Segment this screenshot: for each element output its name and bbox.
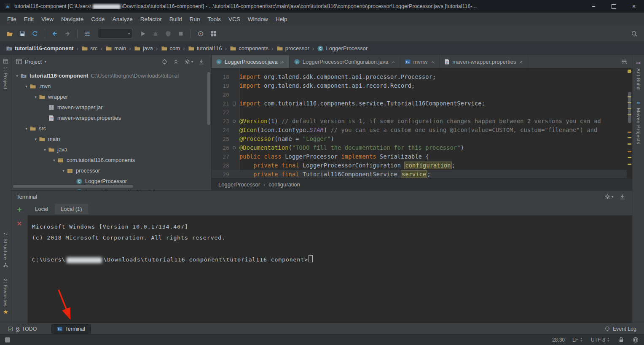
lock-button[interactable] xyxy=(618,337,625,343)
grid-button[interactable] xyxy=(208,29,219,39)
debug-button[interactable] xyxy=(150,29,161,39)
menu-analyze[interactable]: Analyze xyxy=(109,16,137,22)
menu-navigate[interactable]: Navigate xyxy=(57,16,87,22)
line-separator-widget[interactable]: LF xyxy=(572,337,583,343)
breadcrumb-tutorial116[interactable]: tutorial116 xyxy=(188,45,222,52)
editor-scrollbar-thumb[interactable] xyxy=(628,92,631,123)
menu-file[interactable]: File xyxy=(3,16,20,22)
maximize-button[interactable] xyxy=(604,0,624,13)
stop-button[interactable] xyxy=(175,29,186,39)
new-session-button[interactable] xyxy=(16,207,22,214)
breadcrumb-components[interactable]: components xyxy=(230,45,268,52)
tree-expanded-arrow[interactable]: ▾ xyxy=(60,169,67,173)
breadcrumb-java[interactable]: java xyxy=(134,45,153,52)
code-line-25[interactable]: 25@Processor(name = "Logger") xyxy=(212,135,627,143)
code-line-29[interactable]: 29 private final Tutorial116ComponentSer… xyxy=(212,170,627,178)
menu-vcs[interactable]: VCS xyxy=(225,16,244,22)
code-line-27[interactable]: 27public class LoggerProcessor implement… xyxy=(212,152,627,161)
tree-expanded-arrow[interactable]: ▾ xyxy=(14,74,20,78)
project-panel-title[interactable]: Project xyxy=(25,59,42,65)
tree-item-maven-wrapper-properties[interactable]: maven-wrapper.properties xyxy=(11,113,211,123)
editor-tab-maven-wrapper-properties[interactable]: maven-wrapper.properties xyxy=(440,55,528,68)
tree-item-mvn[interactable]: ▾.mvn xyxy=(11,81,211,92)
tool-stripe-ant-build[interactable]: Ant Build xyxy=(633,60,644,90)
tool-stripe-1-project[interactable]: 1: Project xyxy=(0,59,11,89)
breadcrumb-loggerprocessor[interactable]: CLoggerProcessor xyxy=(317,45,368,52)
code-line-23[interactable]: 23@Version(1) // default version is 1, i… xyxy=(212,117,627,126)
tree-item-wrapper[interactable]: ▾wrapper xyxy=(11,92,211,102)
menu-code[interactable]: Code xyxy=(87,16,108,22)
tab-close-icon[interactable] xyxy=(519,59,523,64)
menu-help[interactable]: Help xyxy=(272,16,291,22)
menu-build[interactable]: Build xyxy=(166,16,186,22)
breadcrumb-field[interactable]: configuration xyxy=(268,181,300,188)
breadcrumb-class[interactable]: LoggerProcessor xyxy=(218,181,260,188)
code-line-21[interactable]: 21import com.tutorial116.components.serv… xyxy=(212,99,627,108)
code-line-26[interactable]: 26@Documentation("TODO fill the document… xyxy=(212,143,627,152)
tree-expanded-arrow[interactable]: ▾ xyxy=(32,95,39,99)
target-button[interactable] xyxy=(195,29,206,39)
run-button[interactable] xyxy=(137,29,148,39)
refresh-button[interactable] xyxy=(30,29,40,39)
tree-item-com-tutorial116-components[interactable]: ▾com.tutorial116.components xyxy=(11,155,211,165)
tab-close-icon[interactable] xyxy=(280,59,285,64)
event-log-button[interactable]: Event Log xyxy=(601,325,640,333)
tree-expanded-arrow[interactable]: ▾ xyxy=(23,84,30,89)
tool-stripe-2-favorites[interactable]: 2: Favorites xyxy=(0,279,11,315)
tool-stripe-7-structure[interactable]: 7: Structure xyxy=(0,232,11,268)
editor-tab-loggerprocessorconfiguration-java[interactable]: CLoggerProcessorConfiguration.java xyxy=(290,55,400,68)
tab-close-icon[interactable] xyxy=(430,59,435,64)
tree-expanded-arrow[interactable]: ▾ xyxy=(51,158,57,162)
breadcrumb-processor[interactable]: processor xyxy=(276,45,309,52)
locate-button[interactable] xyxy=(161,59,168,65)
run-configuration-combo[interactable]: ▾ xyxy=(98,29,132,38)
fold-marker[interactable] xyxy=(229,101,239,106)
menu-edit[interactable]: Edit xyxy=(20,16,38,22)
minimize-button[interactable]: − xyxy=(583,0,604,13)
toolwindow-toggle-button[interactable] xyxy=(5,337,10,342)
tree-expanded-arrow[interactable]: ▾ xyxy=(32,137,39,141)
breadcrumb-main[interactable]: main xyxy=(105,45,126,52)
editor-tab-mvnw[interactable]: mvnw xyxy=(400,55,440,68)
tree-expanded-arrow[interactable]: ▾ xyxy=(23,127,30,131)
code-line-19[interactable]: 19import org.talend.sdk.component.api.re… xyxy=(212,81,627,90)
open-button[interactable] xyxy=(4,29,15,39)
terminal-tab-local[interactable]: Local xyxy=(29,204,54,214)
menu-window[interactable]: Window xyxy=(244,16,272,22)
close-session-button[interactable] xyxy=(16,221,22,228)
terminal-prompt[interactable]: C:\Users\\Downloads\tutorial116-componen… xyxy=(32,254,628,265)
tree-item-main[interactable]: ▾main xyxy=(11,134,211,144)
fold-marker[interactable] xyxy=(229,146,239,150)
code-line-24[interactable]: 24@Icon(Icon.IconType.STAR) // you can u… xyxy=(212,126,627,135)
project-vertical-scrollbar[interactable] xyxy=(207,72,210,125)
tree-expanded-arrow[interactable]: ▾ xyxy=(42,148,48,152)
fold-marker[interactable] xyxy=(229,119,239,124)
editor-tab-loggerprocessor-java[interactable]: CLoggerProcessor.java xyxy=(212,55,290,68)
terminal-button[interactable]: Terminal xyxy=(51,324,91,334)
project-horizontal-scrollbar[interactable] xyxy=(13,185,133,188)
close-button[interactable]: × xyxy=(624,0,644,13)
tree-item-tutorial116-component[interactable]: ▾tutorial116-componentC:\Users\fborgne\D… xyxy=(11,70,211,81)
breadcrumb-com[interactable]: com xyxy=(161,45,180,52)
chevron-down-icon[interactable]: ▾ xyxy=(44,59,46,64)
terminal-output[interactable]: Microsoft Windows [Version 10.0.17134.40… xyxy=(27,215,632,323)
menu-view[interactable]: View xyxy=(38,16,57,22)
tree-item-src[interactable]: ▾src xyxy=(11,123,211,134)
breadcrumb-tutorial116-component[interactable]: tutorial116-component xyxy=(6,45,73,52)
sliders-button[interactable] xyxy=(82,29,93,39)
code-line-18[interactable]: 18import org.talend.sdk.component.api.pr… xyxy=(212,73,627,81)
editor[interactable]: 18import org.talend.sdk.component.api.pr… xyxy=(212,68,632,178)
save-button[interactable] xyxy=(17,29,28,39)
forward-button[interactable] xyxy=(62,29,73,39)
terminal-settings-button[interactable]: ▾ xyxy=(604,194,613,200)
gear-button[interactable]: ▾ xyxy=(184,59,193,65)
terminal-tab-local-1[interactable]: Local (1) xyxy=(55,204,88,214)
terminal-hide-button[interactable] xyxy=(619,194,625,200)
hide-button[interactable] xyxy=(198,59,204,65)
collapse-button[interactable] xyxy=(173,59,179,65)
coverage-button[interactable] xyxy=(163,29,174,39)
tab-close-icon[interactable] xyxy=(391,59,396,64)
tree-item-processor[interactable]: ▾processor xyxy=(11,165,211,176)
breadcrumb-src[interactable]: src xyxy=(81,45,97,52)
encoding-widget[interactable]: UTF-8 xyxy=(591,337,610,343)
